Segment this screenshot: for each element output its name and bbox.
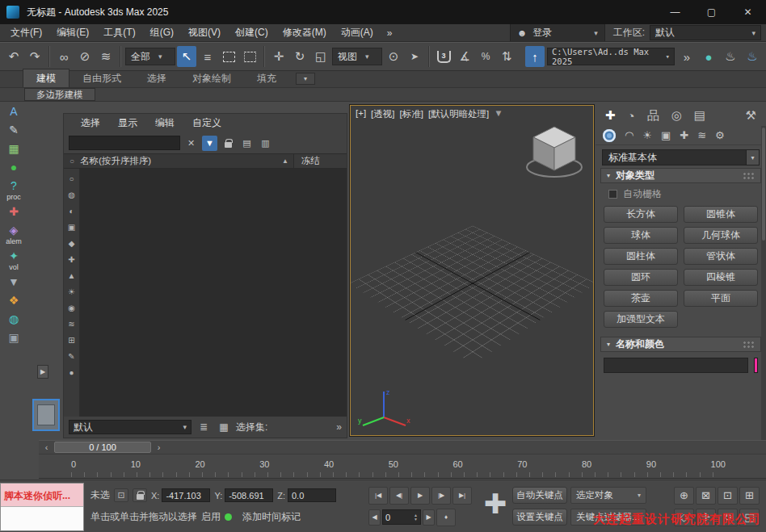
selected-filter-dropdown[interactable]: 选定对象 ▾ xyxy=(570,487,646,504)
display-filter-icon[interactable]: ◍ xyxy=(65,187,78,203)
primitive-category-dropdown[interactable]: 标准基本体 ▾ xyxy=(602,149,760,165)
go-to-end-button[interactable]: ▶| xyxy=(452,487,472,505)
sign-in-dropdown[interactable]: ☻ 登录 ▾ xyxy=(510,24,605,41)
display-filter-icon[interactable]: ● xyxy=(65,365,78,380)
rotate-button[interactable]: ↻ xyxy=(290,46,309,67)
explorer-panel-icon-1[interactable]: ▤ xyxy=(239,136,255,151)
ribbon-tab-selection[interactable]: 选择 xyxy=(134,69,179,87)
viewport-pov-menu[interactable]: [+] xyxy=(356,108,366,120)
left-toolbar-item-1[interactable]: A xyxy=(3,103,25,119)
display-filter-icon[interactable]: ✚ xyxy=(65,252,78,267)
explorer-toggle-icon[interactable]: ▦ xyxy=(216,419,232,435)
teapot-button[interactable]: 茶壶 xyxy=(604,290,678,307)
viewport-standard-menu[interactable]: [标准] xyxy=(400,108,423,120)
unlink-selection-button[interactable]: ⊘ xyxy=(75,46,95,67)
autogrid-checkbox[interactable] xyxy=(608,190,617,199)
lights-category-icon[interactable]: ☀ xyxy=(642,129,652,141)
render-setup-button[interactable]: ♨ xyxy=(721,46,740,67)
add-time-tag[interactable]: 添加时间标记 xyxy=(242,510,301,524)
toolbar-overflow-chevron[interactable]: » xyxy=(677,46,697,67)
display-filter-icon[interactable]: ◉ xyxy=(65,300,78,316)
object-color-swatch[interactable] xyxy=(754,358,758,373)
move-button[interactable]: ✛ xyxy=(269,46,288,67)
left-toolbar-item-2[interactable]: ✎ xyxy=(3,122,25,138)
display-filter-icon[interactable]: ▲ xyxy=(65,268,78,283)
angle-snap-button[interactable]: ∡ xyxy=(455,46,474,67)
close-button[interactable]: ✕ xyxy=(730,0,766,24)
display-filter-icon[interactable]: ≋ xyxy=(65,316,78,332)
spinner-down-icon[interactable]: ▼ xyxy=(414,517,418,522)
left-toolbar-item-12[interactable]: ▣ xyxy=(3,329,25,346)
frozen-column-header[interactable]: 冻结 xyxy=(293,154,347,168)
spinner-snap-button[interactable]: ⇅ xyxy=(497,46,516,67)
scale-button[interactable]: ◱ xyxy=(311,46,330,67)
isolate-selection-icon[interactable]: ⊡ xyxy=(114,488,128,502)
minimize-button[interactable]: — xyxy=(657,0,693,24)
menu-group[interactable]: 组(G) xyxy=(143,24,181,41)
project-up-button[interactable]: ↑ xyxy=(525,46,545,67)
rectangular-region-button[interactable] xyxy=(219,46,238,67)
explorer-menu-display[interactable]: 显示 xyxy=(109,116,146,130)
menu-modifiers[interactable]: 修改器(M) xyxy=(276,24,334,41)
left-toolbar-item-7[interactable]: ◈alem xyxy=(3,222,25,245)
auto-key-button[interactable]: 自动关键点 xyxy=(512,487,567,504)
menu-edit[interactable]: 编辑(E) xyxy=(49,24,96,41)
lock-icon[interactable] xyxy=(221,136,236,151)
material-editor-button[interactable]: ● xyxy=(699,46,718,67)
display-filter-icon[interactable]: ☀ xyxy=(65,284,78,300)
cylinder-button[interactable]: 圆柱体 xyxy=(604,248,678,265)
modify-tab-icon[interactable]: ◔ xyxy=(628,109,635,123)
ribbon-collapse-button[interactable]: ▾ xyxy=(296,73,315,85)
helpers-category-icon[interactable]: ✚ xyxy=(680,129,688,141)
y-coordinate-field[interactable]: -508.691 xyxy=(225,488,273,502)
go-to-start-button[interactable]: |◀ xyxy=(368,487,388,505)
select-by-name-button[interactable]: ≡ xyxy=(198,46,217,67)
filter-funnel-icon[interactable]: ▼ xyxy=(202,136,217,151)
previous-frame-button[interactable]: ◀| xyxy=(389,487,409,505)
ribbon-tab-object-paint[interactable]: 对象绘制 xyxy=(179,69,244,87)
use-center-button[interactable]: ⊙ xyxy=(384,46,403,67)
key-mode-toggle-button[interactable]: ♦ xyxy=(436,509,456,526)
motion-tab-icon[interactable]: ◎ xyxy=(671,108,682,123)
ribbon-subtab-polygon-modeling[interactable]: 多边形建模 xyxy=(24,88,95,101)
ribbon-tab-freeform[interactable]: 自由形式 xyxy=(69,69,134,87)
perspective-viewport[interactable]: [+] [透视] [标准] [默认明暗处理] ▼ z x y xyxy=(350,105,594,436)
time-slider[interactable]: 0 / 100 xyxy=(54,442,151,453)
select-and-manipulate-button[interactable]: ➤ xyxy=(405,46,424,67)
display-filter-icon[interactable]: ▣ xyxy=(65,220,78,235)
display-filter-icon[interactable]: ◐ xyxy=(65,203,78,219)
next-frame-arrow[interactable]: › xyxy=(154,442,164,453)
window-crossing-button[interactable] xyxy=(240,46,259,67)
left-toolbar-item-9[interactable]: ▼ xyxy=(3,274,25,290)
geosphere-button[interactable]: 几何球体 xyxy=(684,227,758,244)
redo-button[interactable]: ↷ xyxy=(25,46,44,67)
selection-filter-dropdown[interactable]: 全部 ▾ xyxy=(125,48,175,65)
viewport-layout-tab[interactable] xyxy=(32,399,60,431)
menu-animation[interactable]: 动画(A) xyxy=(334,24,381,41)
snap-toggle-button[interactable]: 3 xyxy=(434,46,453,67)
name-color-rollout-header[interactable]: ▾ 名称和颜色 xyxy=(600,337,761,352)
zoom-extents-all-icon[interactable]: ⊞ xyxy=(739,487,760,505)
viewport-shading-menu[interactable]: [默认明暗处理] xyxy=(428,108,489,120)
reference-coord-dropdown[interactable]: 视图 ▾ xyxy=(332,48,382,65)
undo-button[interactable]: ↶ xyxy=(4,46,23,67)
per-view-filter-icon[interactable]: ▼ xyxy=(494,108,503,120)
x-coordinate-field[interactable]: -417.103 xyxy=(162,488,210,502)
explorer-search-input[interactable] xyxy=(69,136,180,150)
object-type-rollout-header[interactable]: ▾ 对象类型 xyxy=(600,168,761,183)
name-column-header[interactable]: 名称(按升序排序) ▲ xyxy=(80,155,293,167)
bind-to-spacewarp-button[interactable]: ≋ xyxy=(96,46,116,67)
torus-button[interactable]: 圆环 xyxy=(604,269,678,286)
create-tab-icon[interactable]: ✚ xyxy=(605,108,616,123)
layer-dropdown[interactable]: 默认 ▾ xyxy=(69,420,192,434)
left-toolbar-item-5[interactable]: ?proc xyxy=(3,178,25,201)
cameras-category-icon[interactable]: ▣ xyxy=(661,129,671,141)
track-bar[interactable]: 0 10 20 30 40 50 60 70 80 90 100 xyxy=(39,454,766,479)
sphere-button[interactable]: 球体 xyxy=(604,227,678,244)
cone-button[interactable]: 圆锥体 xyxy=(684,206,758,223)
explorer-menu-select[interactable]: 选择 xyxy=(72,116,109,130)
explorer-overflow-chevron[interactable]: » xyxy=(336,421,342,433)
left-toolbar-item-3[interactable]: ▦ xyxy=(3,140,25,157)
next-frame-button[interactable]: |▶ xyxy=(431,487,451,505)
play-button[interactable]: ▶ xyxy=(410,487,430,505)
